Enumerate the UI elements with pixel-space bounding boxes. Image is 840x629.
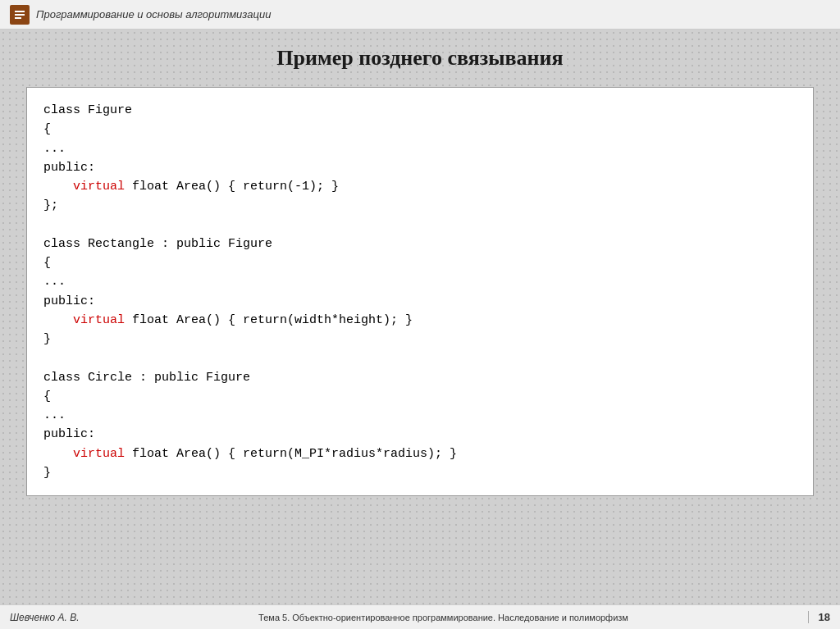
code-text: class Figure { ... public: virtual float… (43, 101, 797, 482)
header-icon (10, 5, 30, 25)
svg-rect-3 (15, 17, 21, 19)
main-content: Пример позднего связывания class Figure … (0, 30, 840, 604)
keyword-virtual-1: virtual (73, 180, 125, 194)
svg-rect-1 (15, 11, 25, 12)
slide-title: Пример позднего связывания (276, 46, 563, 71)
code-block: class Figure { ... public: virtual float… (26, 87, 814, 496)
footer: Шевченко А. В. Тема 5. Объектно-ориентир… (0, 604, 840, 629)
footer-author: Шевченко А. В. (10, 612, 79, 623)
header-title: Программирование и основы алгоритмизации (36, 8, 271, 21)
footer-topic: Тема 5. Объектно-ориентированное програм… (258, 613, 628, 622)
header: Программирование и основы алгоритмизации (0, 0, 840, 30)
code-line-1: class Figure { ... public: virtual float… (43, 103, 457, 480)
footer-page: 18 (808, 611, 830, 623)
keyword-virtual-2: virtual (73, 313, 125, 327)
keyword-virtual-3: virtual (73, 447, 125, 461)
svg-rect-2 (15, 14, 25, 16)
